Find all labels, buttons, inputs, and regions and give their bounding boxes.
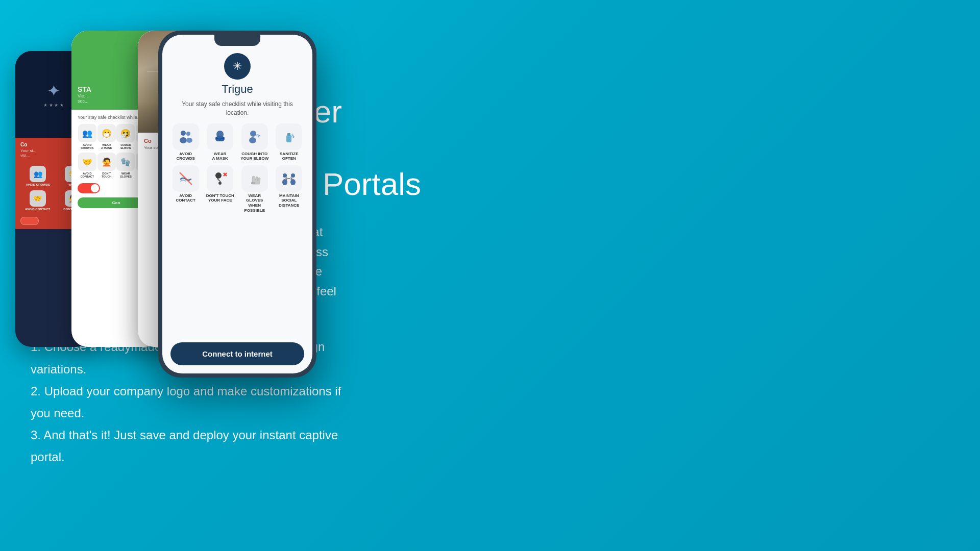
wear-gloves-icon bbox=[241, 165, 268, 192]
svg-point-18 bbox=[283, 173, 287, 178]
phone1-header-text: ★ ★ ★ ★ bbox=[43, 103, 64, 108]
avoid-crowds-label: AVOIDCROWDS bbox=[177, 152, 195, 161]
phone1-label-avoid-contact: AVOID CONTACT bbox=[25, 208, 50, 211]
svg-point-21 bbox=[290, 179, 296, 185]
sanitize-icon bbox=[276, 123, 302, 150]
grid-item-wear-mask: WEARA MASK bbox=[205, 123, 236, 161]
phone-body: ✳ Trigue Your stay safe checklist while … bbox=[162, 46, 312, 373]
svg-rect-17 bbox=[251, 182, 255, 184]
phone2-face-label: DON'TTOUCH bbox=[102, 172, 111, 178]
phone2-icon-gloves: 🧤 WEARGLOVES bbox=[116, 153, 135, 178]
svg-rect-9 bbox=[287, 133, 290, 136]
grid-item-avoid-contact: AVOIDCONTACT bbox=[170, 165, 201, 213]
main-phone-frame: ✳ Trigue Your stay safe checklist while … bbox=[158, 31, 316, 378]
phone-notch bbox=[214, 35, 260, 46]
dont-touch-label: DON'T TOUCHYOUR FACE bbox=[206, 193, 234, 203]
phone2-toggle bbox=[78, 183, 100, 193]
sanitize-label: SANITIZEOFTEN bbox=[280, 152, 298, 161]
svg-point-2 bbox=[186, 132, 190, 136]
grid-item-dont-touch: DON'T TOUCHYOUR FACE bbox=[205, 165, 236, 213]
svg-point-1 bbox=[180, 137, 187, 143]
phone1-label-avoid-crowds: AVOID CROWDS bbox=[26, 183, 51, 186]
avoid-crowds-icon bbox=[173, 123, 199, 150]
phone2-icon-cough: 🤧 COUGHELBOW bbox=[116, 124, 135, 149]
phone2-icon-mask: 😷 WEARA MASK bbox=[97, 124, 116, 149]
app-icon: ✳ bbox=[224, 53, 251, 80]
svg-point-0 bbox=[181, 131, 186, 136]
phone2-cough-label: COUGHELBOW bbox=[120, 143, 131, 149]
phone2-contact-label: AVOIDCONTACT bbox=[81, 172, 94, 178]
svg-point-6 bbox=[250, 131, 256, 137]
wear-mask-icon bbox=[207, 123, 233, 150]
cough-label: COUGH INTOYOUR ELBOW bbox=[240, 152, 268, 161]
avoid-contact-icon bbox=[173, 165, 199, 192]
grid-item-cough: COUGH INTOYOUR ELBOW bbox=[239, 123, 270, 161]
grid-item-sanitize: SANITIZEOFTEN bbox=[274, 123, 305, 161]
svg-point-20 bbox=[291, 173, 295, 178]
phone2-icon-face: 🙅 DON'TTOUCH bbox=[97, 153, 116, 178]
phone-mockups-section: ✦ ★ ★ ★ ★ Co Your st... visi... 👥 AVOID … bbox=[0, 0, 347, 551]
phone1-avoid-crowds: 👥 AVOID CROWDS bbox=[26, 166, 51, 186]
svg-point-13 bbox=[215, 172, 222, 179]
app-name: Trigue bbox=[222, 83, 253, 96]
checklist-subtitle: Your stay safe checklist while visiting … bbox=[170, 100, 304, 117]
social-distance-label: MAINTAINSOCIAL DISTANCE bbox=[274, 193, 305, 208]
phone2-mask-label: WEARA MASK bbox=[101, 143, 112, 149]
wear-gloves-label: WEAR GLOVESWHEN POSSIBLE bbox=[239, 193, 270, 213]
grid-item-wear-gloves: WEAR GLOVESWHEN POSSIBLE bbox=[239, 165, 270, 213]
svg-point-11 bbox=[293, 136, 295, 137]
svg-point-10 bbox=[291, 134, 293, 136]
app-icon-star: ✳ bbox=[233, 60, 242, 73]
avoid-contact-label: AVOIDCONTACT bbox=[176, 193, 195, 203]
social-distance-icon bbox=[276, 165, 302, 192]
phone2-crowds-label: AVOIDCROWDS bbox=[81, 143, 93, 149]
phone2-icon-crowds: 👥 AVOIDCROWDS bbox=[78, 124, 96, 149]
connect-button[interactable]: Connect to internet bbox=[170, 342, 304, 365]
grid-item-avoid-crowds: AVOIDCROWDS bbox=[170, 123, 201, 161]
dont-touch-icon bbox=[207, 165, 233, 192]
phone1-toggle bbox=[20, 217, 39, 225]
phone2-header-sta: STA bbox=[78, 85, 91, 93]
phone2-subtext: Vie... bbox=[78, 93, 88, 98]
wear-mask-label: WEARA MASK bbox=[212, 152, 228, 161]
svg-point-14 bbox=[218, 182, 222, 185]
main-phone-screen: ✳ Trigue Your stay safe checklist while … bbox=[162, 35, 312, 373]
safety-items-grid: AVOIDCROWDS WEARA MASK bbox=[170, 123, 304, 213]
phone2-subtext2: soc... bbox=[78, 98, 89, 104]
svg-point-19 bbox=[282, 179, 287, 185]
phone2-icon-contact: 🤝 AVOIDCONTACT bbox=[78, 153, 96, 178]
svg-rect-8 bbox=[286, 135, 291, 142]
grid-item-social-distance: MAINTAINSOCIAL DISTANCE bbox=[274, 165, 305, 213]
svg-point-7 bbox=[249, 137, 256, 143]
svg-point-3 bbox=[186, 138, 192, 143]
phone2-gloves-label: WEARGLOVES bbox=[120, 172, 132, 178]
cough-icon bbox=[241, 123, 268, 150]
stars-icon: ✦ bbox=[47, 81, 61, 101]
phone1-avoid-contact: 🤝 AVOID CONTACT bbox=[25, 190, 50, 211]
